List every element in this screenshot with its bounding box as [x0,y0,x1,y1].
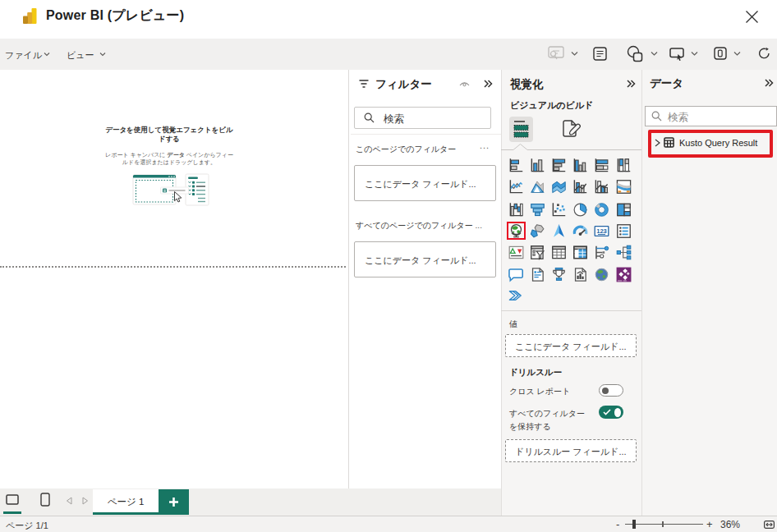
svg-text:123: 123 [596,227,607,235]
